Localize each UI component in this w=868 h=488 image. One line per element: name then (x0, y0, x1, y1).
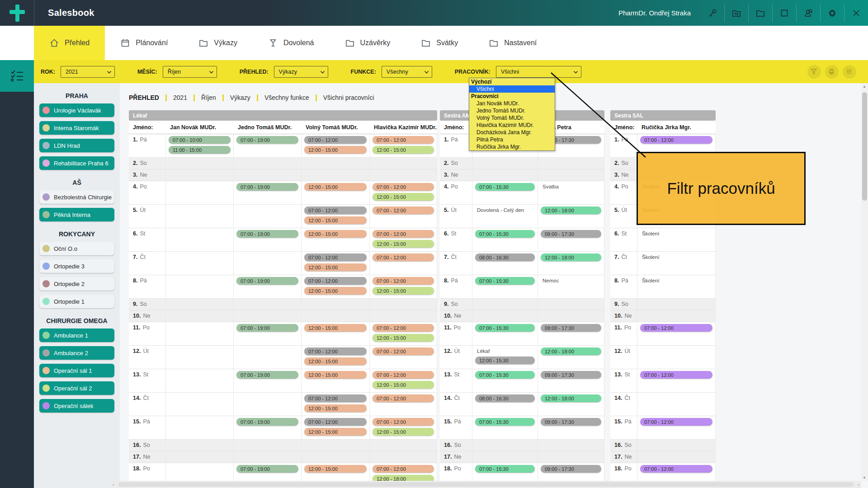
shift-cell[interactable] (166, 322, 234, 345)
shift-cell[interactable] (234, 205, 302, 228)
shift-cell[interactable]: 07:00 - 12:0012:00 - 15:00 (370, 275, 437, 298)
scroll-up-icon[interactable]: ▲ (863, 84, 866, 89)
sidebar-item-p-kn-interna[interactable]: Pěkná Interna (39, 208, 114, 221)
shift-cell[interactable] (637, 393, 716, 416)
shift-pill[interactable]: 07:00 - 12:00 (373, 253, 434, 261)
shift-cell[interactable] (166, 158, 234, 169)
shift-cell[interactable] (370, 158, 437, 169)
shift-cell[interactable] (538, 169, 604, 181)
shift-cell[interactable]: 08:00 - 16:30 (472, 393, 538, 416)
shift-cell[interactable] (538, 310, 604, 322)
shift-cell[interactable]: 07:00 - 15:30 (472, 416, 538, 439)
dropdown-option-ru-i-ka-jirka-mgr-[interactable]: Ručička Jirka Mgr. (469, 143, 555, 150)
shift-cell[interactable]: 07:00 - 12:0012:00 - 15:00 (302, 134, 370, 157)
shift-cell[interactable] (166, 369, 234, 392)
shift-cell[interactable]: 12:00 - 18:00 (538, 393, 604, 416)
shift-cell[interactable] (538, 158, 604, 169)
shift-cell[interactable]: 07:00 - 15:30 (472, 181, 538, 204)
shift-cell[interactable] (302, 440, 370, 451)
folder-button[interactable] (748, 4, 772, 22)
shift-cell[interactable]: 07:00 - 12:0012:00 - 15:00 (302, 252, 370, 275)
shift-cell[interactable] (234, 346, 302, 369)
shift-pill[interactable]: 07:00 - 12:00 (304, 253, 367, 261)
vertical-scroll-thumb[interactable] (862, 92, 867, 201)
shift-cell[interactable] (370, 299, 437, 310)
sidebar-item-opera-n-s-l-1[interactable]: Operační sál 1 (39, 364, 114, 377)
shift-cell[interactable]: 07:00 - 12:00 (637, 322, 716, 345)
shift-cell[interactable] (637, 299, 716, 310)
shift-pill[interactable]: 07:00 - 15:30 (475, 371, 535, 379)
shift-cell[interactable]: 07:00 - 12:00 (370, 346, 437, 369)
shift-cell[interactable]: 09:00 - 17:30 (538, 463, 604, 481)
shift-cell[interactable] (538, 440, 604, 451)
shift-pill[interactable]: 07:00 - 19:00 (236, 465, 298, 473)
shift-cell[interactable] (234, 393, 302, 416)
filter-select-funkce[interactable]: Všechny (382, 66, 432, 78)
shift-cell[interactable] (472, 440, 538, 451)
shift-cell[interactable]: 07:00 - 12:00 (370, 252, 437, 275)
shift-pill[interactable]: 07:00 - 15:30 (475, 418, 535, 426)
tab-svátky[interactable]: Svátky (406, 26, 473, 60)
shift-cell[interactable]: 07:00 - 12:0012:00 - 18:00 (370, 463, 437, 481)
shift-pill[interactable]: 12:00 - 15:00 (304, 324, 367, 332)
shift-pill[interactable]: 12:00 - 15:00 (373, 240, 434, 248)
shift-pill[interactable]: 12:00 - 18:00 (373, 475, 434, 481)
shift-pill[interactable]: 12:00 - 15:00 (373, 146, 434, 154)
dropdown-option-voln-tom-mudr-[interactable]: Volný Tomáš MUDr. (469, 114, 555, 122)
shift-cell[interactable]: 07:00 - 19:00 (234, 275, 302, 298)
shift-pill[interactable]: 07:00 - 12:00 (373, 230, 434, 238)
shift-pill[interactable]: 07:00 - 10:00 (169, 136, 231, 144)
shift-cell[interactable]: 07:00 - 12:0012:00 - 15:00 (370, 228, 437, 251)
shift-cell[interactable]: 07:00 - 12:00 (637, 369, 716, 392)
shift-pill[interactable]: 07:00 - 12:00 (304, 277, 367, 285)
shift-pill[interactable]: 12:00 - 18:00 (541, 206, 601, 214)
tab-nastavení[interactable]: Nastavení (473, 26, 552, 60)
shift-cell[interactable] (234, 451, 302, 463)
shift-cell[interactable] (234, 440, 302, 451)
shift-cell[interactable]: Školení (637, 252, 716, 275)
shift-cell[interactable]: 07:00 - 19:00 (234, 134, 302, 157)
shift-pill[interactable]: 08:00 - 16:30 (475, 253, 535, 261)
close-button[interactable] (844, 4, 868, 22)
scroll-left-icon[interactable]: ‹ (111, 482, 116, 487)
sidebar-toggle-button[interactable] (0, 60, 34, 92)
shift-cell[interactable]: 07:00 - 19:00 (234, 463, 302, 481)
shift-pill[interactable]: 12:00 - 18:00 (541, 347, 601, 355)
shift-cell[interactable] (166, 228, 234, 251)
shift-cell[interactable]: 07:00 - 19:00 (234, 228, 302, 251)
shift-cell[interactable]: 12:00 - 15:00 (302, 322, 370, 345)
shift-cell[interactable] (472, 451, 538, 463)
filter-select-rok[interactable]: 2021 (61, 66, 115, 78)
shift-pill[interactable]: 07:00 - 19:00 (236, 277, 298, 285)
shift-pill[interactable]: 12:00 - 15:00 (304, 216, 367, 224)
vertical-scrollbar[interactable]: ▲ ▼ (861, 83, 868, 481)
shift-cell[interactable] (166, 169, 234, 181)
shift-pill[interactable]: 07:00 - 19:00 (236, 371, 298, 379)
shift-cell[interactable] (166, 440, 234, 451)
dropdown-option-jedno-tom-mudr-[interactable]: Jedno Tomáš MUDr. (469, 107, 555, 114)
shift-cell[interactable]: 07:00 - 12:00 (637, 463, 716, 481)
key-button[interactable] (701, 4, 724, 22)
shift-pill[interactable]: 07:00 - 12:00 (304, 418, 367, 426)
print-button[interactable] (825, 65, 839, 79)
shift-cell[interactable] (166, 205, 234, 228)
shift-cell[interactable] (472, 158, 538, 169)
shift-cell[interactable] (302, 158, 370, 169)
shift-cell[interactable] (472, 310, 538, 322)
shift-cell[interactable] (472, 299, 538, 310)
dropdown-option-hlavi-ka-kazim-r-mudr-[interactable]: Hlavička Kazimír MUDr. (469, 122, 555, 129)
shift-pill[interactable]: 07:00 - 19:00 (236, 418, 298, 426)
sidebar-item-ortopedie-3[interactable]: Ortopedie 3 (39, 259, 114, 273)
shift-cell[interactable] (166, 451, 234, 463)
shift-cell[interactable] (302, 451, 370, 463)
menu-button[interactable] (843, 65, 856, 79)
shift-cell[interactable]: 07:00 - 15:30 (472, 322, 538, 345)
shift-pill[interactable]: 07:00 - 12:00 (373, 418, 434, 426)
shift-pill[interactable]: 07:00 - 12:00 (373, 371, 434, 379)
shift-cell[interactable] (234, 169, 302, 181)
shift-cell[interactable]: 07:00 - 15:30 (472, 463, 538, 481)
shift-pill[interactable]: 07:00 - 15:30 (475, 465, 535, 473)
shift-pill[interactable]: 07:00 - 12:00 (640, 136, 712, 144)
shift-cell[interactable] (166, 310, 234, 322)
shift-pill[interactable]: 07:00 - 12:00 (304, 347, 367, 355)
